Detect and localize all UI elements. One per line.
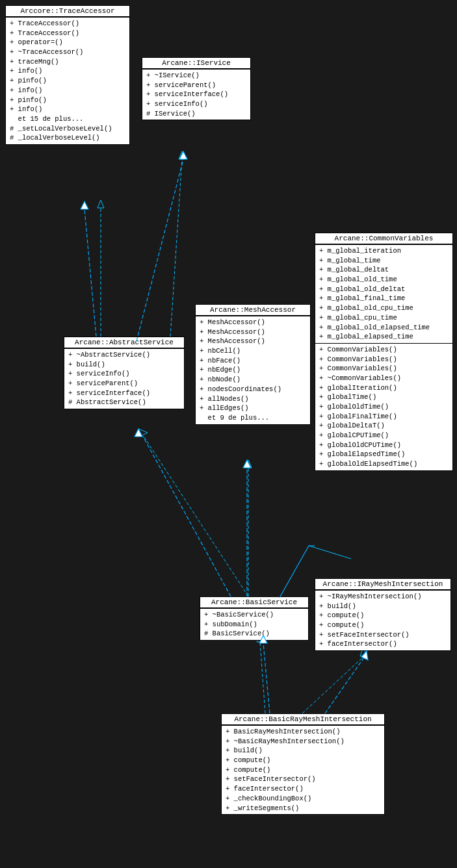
basicservice-title: Arcane::BasicService bbox=[200, 597, 308, 608]
svg-marker-14 bbox=[81, 201, 88, 209]
svg-line-15 bbox=[137, 159, 183, 341]
svg-marker-16 bbox=[179, 151, 187, 159]
svg-line-17 bbox=[143, 437, 231, 596]
svg-line-13 bbox=[85, 209, 96, 337]
svg-line-4 bbox=[143, 435, 248, 596]
traceaccessor-section: + TraceAccessor() + TraceAccessor() + op… bbox=[6, 17, 129, 144]
svg-marker-1 bbox=[98, 200, 104, 208]
svg-marker-3 bbox=[179, 151, 185, 159]
abstractservice-section: + ~AbstractService() + build() + service… bbox=[64, 348, 184, 409]
abstractservice-box: Arcane::AbstractService + ~AbstractServi… bbox=[64, 337, 185, 409]
basicservice-box: Arcane::BasicService + ~BasicService() +… bbox=[200, 596, 309, 641]
svg-line-8 bbox=[309, 546, 351, 559]
commonvariables-methods: + CommonVariables() + CommonVariables() … bbox=[315, 343, 452, 470]
commonvariables-fields: + m_global_iteration + m_global_time + m… bbox=[315, 244, 452, 343]
iservice-title: Arcane::IService bbox=[142, 58, 250, 69]
commonvariables-box: Arcane::CommonVariables + m_global_itera… bbox=[315, 233, 453, 471]
meshaccessor-section: + MeshAccessor() + MeshAccessor() + Mesh… bbox=[196, 316, 310, 424]
svg-marker-24 bbox=[361, 651, 368, 660]
iraymeshintersection-box: Arcane::IRayMeshIntersection + ~IRayMesh… bbox=[315, 578, 451, 651]
svg-marker-5 bbox=[138, 429, 148, 436]
svg-marker-18 bbox=[135, 429, 142, 437]
svg-marker-7 bbox=[245, 460, 252, 468]
svg-line-23 bbox=[325, 657, 364, 713]
basicraymeshintersection-title: Arcane::BasicRayMeshIntersection bbox=[222, 714, 384, 725]
abstractservice-title: Arcane::AbstractService bbox=[64, 337, 184, 348]
svg-line-2 bbox=[170, 159, 182, 337]
traceaccessor-title: Arccore::TraceAccessor bbox=[6, 6, 129, 17]
basicraymeshintersection-section: + BasicRayMeshIntersection() + ~BasicRay… bbox=[222, 725, 384, 814]
traceaccessor-box: Arccore::TraceAccessor + TraceAccessor()… bbox=[5, 5, 130, 145]
iservice-box: Arcane::IService + ~IService() + service… bbox=[142, 57, 251, 120]
svg-line-11 bbox=[260, 642, 265, 713]
basicraymeshintersection-box: Arcane::BasicRayMeshIntersection + Basic… bbox=[221, 713, 385, 815]
svg-line-25 bbox=[263, 643, 270, 713]
basicservice-section: + ~BasicService() + subDomain() # BasicS… bbox=[200, 608, 308, 640]
svg-line-9 bbox=[302, 656, 364, 713]
iraymeshintersection-section: + ~IRayMeshIntersection() + build() + co… bbox=[315, 590, 450, 650]
iservice-section: + ~IService() + serviceParent() + servic… bbox=[142, 69, 250, 120]
iraymeshintersection-title: Arcane::IRayMeshIntersection bbox=[315, 579, 450, 590]
meshaccessor-box: Arcane::MeshAccessor + MeshAccessor() + … bbox=[195, 304, 311, 425]
svg-line-22 bbox=[280, 546, 309, 598]
svg-marker-20 bbox=[243, 460, 251, 468]
diagram-container: Arccore::TraceAccessor + TraceAccessor()… bbox=[0, 0, 457, 868]
meshaccessor-title: Arcane::MeshAccessor bbox=[196, 305, 310, 316]
commonvariables-title: Arcane::CommonVariables bbox=[315, 233, 452, 244]
